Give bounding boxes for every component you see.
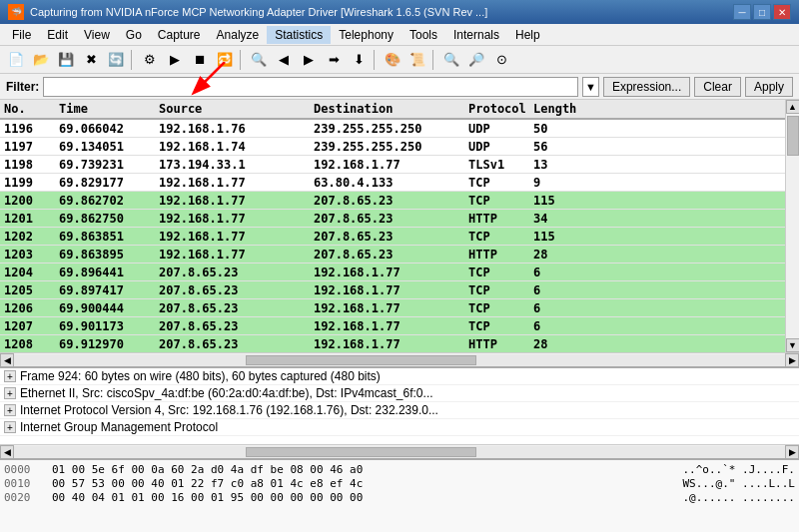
table-row[interactable]: 120769.901173207.8.65.23192.168.1.77TCP6 [0, 317, 785, 335]
detail-row-ip[interactable]: + Internet Protocol Version 4, Src: 192.… [0, 402, 799, 419]
hex-ascii-0020: .@...... ........ [682, 491, 795, 504]
menu-help[interactable]: Help [507, 26, 548, 44]
tb-zoom-out-btn[interactable]: 🔎 [464, 49, 488, 71]
table-row[interactable]: 120169.862750192.168.1.77207.8.65.23HTTP… [0, 210, 785, 228]
table-row[interactable]: 119769.134051192.168.1.74239.255.255.250… [0, 138, 785, 156]
table-row[interactable]: 119669.066042192.168.1.76239.255.255.250… [0, 120, 785, 138]
col-header-time[interactable]: Time [55, 102, 155, 116]
filter-input[interactable] [43, 77, 578, 97]
tb-capture-opts-btn[interactable]: ⚙ [138, 49, 162, 71]
vertical-scrollbar[interactable]: ▲ ▼ [785, 100, 799, 352]
row-cell: 69.912970 [55, 337, 155, 351]
tb-back-btn[interactable]: ◀ [272, 49, 296, 71]
table-row[interactable]: 120069.862702192.168.1.77207.8.65.23TCP1… [0, 192, 785, 210]
menu-analyze[interactable]: Analyze [209, 26, 268, 44]
table-row[interactable]: 120569.897417207.8.65.23192.168.1.77TCP6 [0, 281, 785, 299]
tb-zoom-in-btn[interactable]: 🔍 [439, 49, 463, 71]
row-cell: 1197 [0, 140, 55, 154]
table-row[interactable]: 120669.900444207.8.65.23192.168.1.77TCP6 [0, 299, 785, 317]
menu-internals[interactable]: Internals [445, 26, 507, 44]
detail-scroll-thumb[interactable] [246, 447, 477, 457]
tb-find-btn[interactable]: 🔍 [247, 49, 271, 71]
col-header-source[interactable]: Source [155, 102, 310, 116]
table-row[interactable]: 119969.829177192.168.1.7763.80.4.133TCP9 [0, 174, 785, 192]
row-cell: TCP [464, 176, 529, 190]
expression-btn[interactable]: Expression... [603, 77, 690, 97]
tb-colorize-btn[interactable]: 🎨 [381, 49, 404, 71]
row-cell: 115 [529, 194, 584, 208]
col-header-protocol[interactable]: Protocol [464, 102, 529, 116]
tb-autoscroll-btn[interactable]: 📜 [405, 49, 429, 71]
table-row[interactable]: 120869.912970207.8.65.23192.168.1.77HTTP… [0, 335, 785, 352]
row-cell: 1207 [0, 319, 55, 333]
tb-down-btn[interactable]: ⬇ [347, 49, 371, 71]
menu-file[interactable]: File [4, 26, 39, 44]
menu-edit[interactable]: Edit [39, 26, 76, 44]
row-cell: 192.168.1.77 [310, 158, 464, 172]
row-cell: 34 [529, 212, 584, 226]
row-cell: 1206 [0, 301, 55, 315]
tb-stop-btn[interactable]: ⏹ [188, 49, 212, 71]
detail-row-ethernet[interactable]: + Ethernet II, Src: ciscoSpv_4a:df:be (6… [0, 385, 799, 402]
table-row[interactable]: 120269.863851192.168.1.77207.8.65.23TCP1… [0, 228, 785, 246]
detail-scroll-left-btn[interactable]: ◀ [0, 445, 14, 459]
tb-separator-1 [131, 50, 135, 70]
tb-zoom-normal-btn[interactable]: ⊙ [489, 49, 513, 71]
expand-igmp-icon[interactable]: + [4, 421, 16, 433]
close-button[interactable]: ✕ [773, 4, 791, 20]
col-header-length[interactable]: Length [529, 102, 584, 116]
tb-goto-btn[interactable]: ➡ [322, 49, 346, 71]
clear-btn[interactable]: Clear [694, 77, 741, 97]
detail-frame-text: Frame 924: 60 bytes on wire (480 bits), … [20, 369, 381, 383]
row-cell: 1200 [0, 194, 55, 208]
expand-frame-icon[interactable]: + [4, 370, 16, 382]
apply-btn[interactable]: Apply [745, 77, 793, 97]
menu-capture[interactable]: Capture [150, 26, 209, 44]
packet-scroll-right-btn[interactable]: ▶ [785, 353, 799, 367]
packet-scroll-left-btn[interactable]: ◀ [0, 353, 14, 367]
hex-offset-0000: 0000 [4, 463, 44, 476]
scroll-up-btn[interactable]: ▲ [786, 100, 800, 114]
menu-statistics[interactable]: Statistics [267, 26, 331, 44]
detail-h-scrollbar[interactable]: ◀ ▶ [0, 444, 799, 458]
detail-row-frame[interactable]: + Frame 924: 60 bytes on wire (480 bits)… [0, 368, 799, 385]
packet-h-scrollbar[interactable]: ◀ ▶ [0, 352, 799, 366]
app-icon: 🦈 [8, 4, 24, 20]
menu-tools[interactable]: Tools [401, 26, 445, 44]
col-header-destination[interactable]: Destination [310, 102, 464, 116]
row-cell: TCP [464, 301, 529, 315]
filter-dropdown-btn[interactable]: ▼ [582, 77, 599, 97]
tb-forward-btn[interactable]: ▶ [297, 49, 321, 71]
col-header-no[interactable]: No. [0, 102, 55, 116]
toolbar: 📄 📂 💾 ✖ 🔄 ⚙ ▶ ⏹ 🔁 🔍 ◀ ▶ ➡ ⬇ 🎨 📜 🔍 🔎 ⊙ [0, 46, 799, 74]
tb-start-btn[interactable]: ▶ [163, 49, 187, 71]
row-cell: 239.255.255.250 [310, 122, 464, 136]
menu-telephony[interactable]: Telephony [331, 26, 401, 44]
tb-save-btn[interactable]: 💾 [54, 49, 78, 71]
tb-new-btn[interactable]: 📄 [4, 49, 28, 71]
row-cell: TCP [464, 283, 529, 297]
detail-scroll-right-btn[interactable]: ▶ [785, 445, 799, 459]
expand-ip-icon[interactable]: + [4, 404, 16, 416]
title-bar: 🦈 Capturing from NVIDIA nForce MCP Netwo… [0, 0, 799, 24]
maximize-button[interactable]: □ [753, 4, 771, 20]
menu-go[interactable]: Go [118, 26, 150, 44]
tb-restart-btn[interactable]: 🔁 [213, 49, 237, 71]
tb-open-btn[interactable]: 📂 [29, 49, 53, 71]
table-row[interactable]: 120469.896441207.8.65.23192.168.1.77TCP6 [0, 264, 785, 281]
expand-ethernet-icon[interactable]: + [4, 387, 16, 399]
scroll-down-btn[interactable]: ▼ [786, 338, 800, 352]
hex-bytes-0010: 00 57 53 00 00 40 01 22 f7 c0 a8 01 4c e… [52, 477, 674, 490]
row-cell: 1204 [0, 266, 55, 279]
detail-row-igmp[interactable]: + Internet Group Management Protocol [0, 419, 799, 436]
row-cell: 192.168.1.77 [155, 230, 310, 244]
tb-close-btn[interactable]: ✖ [79, 49, 103, 71]
table-row[interactable]: 120369.863895192.168.1.77207.8.65.23HTTP… [0, 246, 785, 264]
table-row[interactable]: 119869.739231173.194.33.1192.168.1.77TLS… [0, 156, 785, 174]
packet-scroll-thumb[interactable] [246, 355, 477, 365]
scroll-thumb[interactable] [787, 116, 799, 156]
tb-reload-btn[interactable]: 🔄 [104, 49, 128, 71]
row-cell: 63.80.4.133 [310, 176, 464, 190]
menu-view[interactable]: View [76, 26, 118, 44]
minimize-button[interactable]: ─ [733, 4, 751, 20]
